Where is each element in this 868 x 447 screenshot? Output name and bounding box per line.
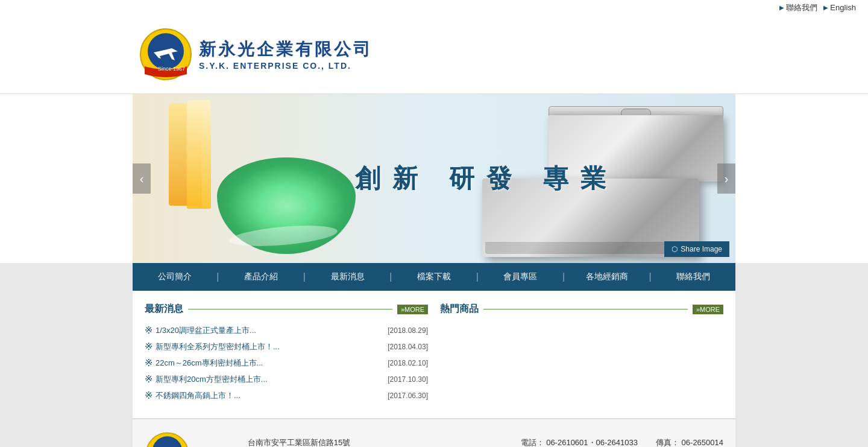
nav-news[interactable]: 最新消息 [306,263,389,291]
news-line [188,309,392,309]
banner: 創新 研發 專業 [133,94,735,263]
news-more-button[interactable]: »MORE [397,305,428,314]
prev-arrow[interactable]: ‹ [133,163,151,194]
arrow-icon: ▶ [779,4,784,11]
hot-products-section: 熱門商品 »MORE [440,303,723,406]
news-link-2[interactable]: 新型專利全系列方型密封桶上市！... [156,341,382,352]
next-arrow[interactable]: › [717,163,735,194]
hot-products-line [483,309,688,309]
nav-inner: 公司簡介 | 產品介紹 | 最新消息 | 檔案下載 | 會員專區 | [133,263,735,291]
contact-us-link[interactable]: ▶ 聯絡我們 [779,2,817,13]
news-item-1: ※ 1/3x20調理盆正式量產上市... [2018.08.29] [145,325,428,336]
hot-products-area [440,325,723,397]
hot-products-header: 熱門商品 »MORE [440,303,723,315]
footer-address: 台南市安平工業區新信路15號 [248,431,503,447]
footer: Since 1967 新永光企業有限公司 S.Y.K. ENTERPRISE C… [133,418,735,447]
news-link-5[interactable]: 不銹鋼四角高鍋上市！... [156,390,382,401]
footer-contact: 電話： 06-2610601・06-2641033 E-mail： sykco.… [521,431,638,447]
english-link[interactable]: ▶ English [823,3,856,12]
news-date-4: [2017.10.30] [388,375,428,384]
svg-text:Since 1967: Since 1967 [158,66,185,72]
content-columns: 最新消息 »MORE ※ 1/3x20調理盆正式量產上市... [2018.08… [145,303,723,406]
news-item-3: ※ 22cm～26cm專利密封桶上市... [2018.02.10] [145,357,428,369]
logo-text-block: 新永光企業有限公司 S.Y.K. ENTERPRISE CO., LTD. [199,38,373,71]
company-name-english: S.Y.K. ENTERPRISE CO., LTD. [199,61,373,71]
bullet-5: ※ [145,390,153,401]
nav-products[interactable]: 產品介紹 [219,263,303,291]
news-date-2: [2018.04.03] [388,343,428,351]
news-section-header: 最新消息 »MORE [145,303,428,315]
news-link-4[interactable]: 新型專利20cm方型密封桶上市... [156,374,382,385]
nav-members[interactable]: 會員專區 [479,263,562,291]
banner-tagline: 創新 研發 專業 [355,162,617,195]
news-date-3: [2018.02.10] [388,359,428,367]
nav-about[interactable]: 公司簡介 [133,263,216,291]
bullet-1: ※ [145,325,153,336]
banner-wrapper: 創新 研發 專業 ‹ › ⬡ Share Image [133,94,735,263]
main-content: 最新消息 »MORE ※ 1/3x20調理盆正式量產上市... [2018.08… [133,291,735,418]
nav-downloads[interactable]: 檔案下載 [392,263,476,291]
phone-value: 06-2610601・06-2641033 [546,438,638,447]
news-item-4: ※ 新型專利20cm方型密封桶上市... [2017.10.30] [145,373,428,385]
footer-inner: Since 1967 新永光企業有限公司 S.Y.K. ENTERPRISE C… [145,431,723,447]
nav-dealers[interactable]: 各地經銷商 [565,263,649,291]
footer-fax: 傳真： 06-2650014 [656,431,723,447]
share-icon: ⬡ [671,245,678,253]
english-label: English [830,3,856,12]
address-text: 台南市安平工業區新信路15號 [248,438,350,447]
logo-image: Since 1967 [139,27,193,81]
arrow-icon-2: ▶ [823,4,828,11]
bullet-4: ※ [145,373,153,385]
share-label: Share Image [681,245,722,253]
hot-products-more-button[interactable]: »MORE [693,305,723,314]
bullet-2: ※ [145,341,153,352]
footer-logo: Since 1967 [145,431,190,447]
phone-line: 電話： 06-2610601・06-2641033 [521,437,638,447]
news-link-3[interactable]: 22cm～26cm專利密封桶上市... [156,358,382,369]
bullet-3: ※ [145,357,153,369]
news-section: 最新消息 »MORE ※ 1/3x20調理盆正式量產上市... [2018.08… [145,303,428,406]
news-item-2: ※ 新型專利全系列方型密封桶上市！... [2018.04.03] [145,341,428,352]
header: Since 1967 新永光企業有限公司 S.Y.K. ENTERPRISE C… [133,15,735,94]
news-item-5: ※ 不銹鋼四角高鍋上市！... [2017.06.30] [145,390,428,401]
footer-logo-area: Since 1967 新永光企業有限公司 S.Y.K. ENTERPRISE C… [145,431,230,447]
share-image-button[interactable]: ⬡ Share Image [664,241,729,257]
fax-value: 06-2650014 [682,438,723,447]
nav-contact[interactable]: 聯絡我們 [652,263,735,291]
nav: 公司簡介 | 產品介紹 | 最新消息 | 檔案下載 | 會員專區 | [133,263,735,291]
news-date-5: [2017.06.30] [388,392,428,400]
hot-products-title: 熱門商品 [440,303,479,315]
news-link-1[interactable]: 1/3x20調理盆正式量產上市... [156,325,382,336]
fax-label: 傳真： [656,438,679,447]
news-date-1: [2018.08.29] [388,326,428,335]
contact-us-label: 聯絡我們 [786,2,817,13]
company-name-chinese: 新永光企業有限公司 [199,38,373,61]
logo-container: Since 1967 新永光企業有限公司 S.Y.K. ENTERPRISE C… [139,27,373,81]
banner-jug [187,100,211,209]
top-bar: ▶ 聯絡我們 ▶ English [0,0,868,15]
news-title: 最新消息 [145,303,183,315]
phone-label: 電話： [521,438,544,447]
